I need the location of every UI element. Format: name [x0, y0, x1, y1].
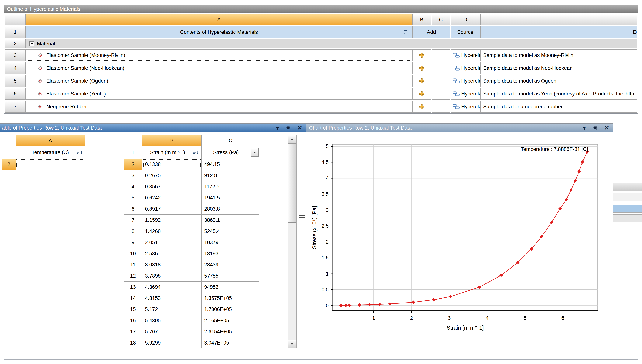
row-number[interactable]: 1	[124, 146, 142, 159]
chart-panel-titlebar[interactable]: Chart of Properties Row 2: Uniaxial Test…	[306, 124, 613, 132]
outline-material-row[interactable]: 7Neoprene RubberHyperelasSample data for…	[5, 101, 637, 112]
table-scrollbar[interactable]	[288, 135, 296, 348]
outline-group-row[interactable]: 2Material	[5, 39, 637, 48]
add-material-cell[interactable]	[412, 49, 431, 61]
sort-filter-icon[interactable]	[403, 29, 410, 35]
close-icon[interactable]: ✕	[604, 125, 609, 131]
row-number[interactable]: 5	[124, 192, 142, 203]
outline-c-cell[interactable]	[432, 75, 450, 87]
stress-value-cell[interactable]: 912.8	[202, 170, 260, 181]
add-plus-icon[interactable]	[418, 90, 425, 97]
stress-column-header[interactable]: C	[202, 135, 260, 146]
strain-value-cell[interactable]: 0.8917	[142, 204, 202, 214]
row-number[interactable]: 9	[124, 237, 142, 248]
stress-value-cell[interactable]: 57755	[202, 270, 260, 281]
row-number[interactable]: 5	[5, 75, 26, 87]
strain-value-cell[interactable]: 2.051	[142, 237, 202, 248]
temperature-column-header[interactable]: A	[16, 135, 85, 146]
row-number[interactable]: 11	[124, 259, 142, 270]
window-menu-icon[interactable]: ▾	[276, 125, 279, 131]
strain-value-cell[interactable]: 2.586	[142, 248, 202, 259]
material-name-cell[interactable]: Neoprene Rubber	[26, 101, 412, 112]
add-material-cell[interactable]	[412, 62, 431, 74]
row-number[interactable]: 14	[124, 293, 142, 304]
stress-value-cell[interactable]: 5245.4	[202, 226, 260, 237]
stress-value-cell[interactable]: 2803.8	[202, 204, 260, 214]
column-header-c[interactable]: C	[432, 14, 450, 25]
column-header-e[interactable]	[480, 14, 637, 25]
stress-value-cell[interactable]: 3869.1	[202, 214, 260, 226]
strain-value-cell[interactable]: 5.707	[142, 326, 202, 337]
row-number[interactable]: 1	[5, 26, 26, 38]
add-material-cell[interactable]	[412, 101, 431, 112]
scroll-down-button[interactable]	[288, 340, 296, 348]
row-number[interactable]: 3	[5, 49, 26, 61]
stress-value-cell[interactable]: 1.3575E+05	[202, 293, 260, 304]
row-number[interactable]: 3	[124, 170, 142, 181]
row-number[interactable]: 1	[2, 146, 16, 159]
stress-value-cell[interactable]: 28439	[202, 259, 260, 270]
row-number[interactable]: 16	[124, 315, 142, 326]
outline-c-cell[interactable]	[432, 62, 450, 74]
row-number[interactable]: 7	[124, 214, 142, 226]
outline-c-cell[interactable]	[432, 101, 450, 112]
outline-material-row[interactable]: 4Elastomer Sample (Neo-Hookean)Hyperelas…	[5, 62, 637, 74]
row-number[interactable]: 4	[5, 62, 26, 74]
strain-value-cell[interactable]: 4.3694	[142, 282, 202, 292]
row-number[interactable]: 10	[124, 248, 142, 259]
scroll-up-button[interactable]	[288, 135, 296, 144]
stress-dropdown-button[interactable]	[251, 148, 258, 156]
row-number[interactable]: 13	[124, 282, 142, 292]
stress-value-cell[interactable]: 3.047E+05	[202, 337, 260, 348]
row-number[interactable]: 7	[5, 101, 26, 112]
strain-value-cell[interactable]: 0.2675	[142, 170, 202, 181]
outline-corner-header[interactable]	[5, 14, 26, 25]
strain-value-cell[interactable]: 5.9299	[142, 337, 202, 348]
row-number[interactable]: 2	[124, 159, 142, 170]
strain-value-cell[interactable]: 3.0318	[142, 259, 202, 270]
scroll-thumb[interactable]	[288, 144, 296, 222]
row-number[interactable]: 8	[124, 226, 142, 237]
strain-value-cell[interactable]: 0.6242	[142, 192, 202, 203]
outline-panel-titlebar[interactable]: Outline of Hyperelastic Materials	[4, 5, 638, 13]
contents-header-cell[interactable]: Contents of Hyperelastic Materials	[26, 26, 412, 38]
stress-value-cell[interactable]: 10379	[202, 237, 260, 248]
add-material-cell[interactable]	[412, 75, 431, 87]
outline-c-cell[interactable]	[432, 49, 450, 61]
sort-filter-icon[interactable]	[193, 150, 200, 155]
stress-value-cell[interactable]: 2.165E+05	[202, 315, 260, 326]
stress-value-cell[interactable]: 1941.5	[202, 192, 260, 203]
material-name-cell[interactable]: Elastomer Sample (Mooney-Rivlin)	[26, 49, 412, 61]
strain-value-cell[interactable]: 1.4268	[142, 226, 202, 237]
row-number[interactable]: 2	[2, 159, 16, 170]
table-panel-titlebar[interactable]: able of Properties Row 2: Uniaxial Test …	[0, 124, 306, 132]
material-group-cell[interactable]: Material	[26, 39, 637, 48]
pin-icon[interactable]	[592, 125, 598, 131]
column-header-b[interactable]: B	[412, 14, 431, 25]
material-name-cell[interactable]: Elastomer Sample (Ogden)	[26, 75, 412, 87]
material-name-cell[interactable]: Elastomer Sample (Yeoh )	[26, 88, 412, 100]
column-header-d[interactable]: D	[451, 14, 480, 25]
strain-value-cell[interactable]: 0.1338	[142, 159, 202, 170]
add-plus-icon[interactable]	[418, 78, 425, 84]
strain-column-header[interactable]: B	[142, 135, 202, 146]
row-number[interactable]: 17	[124, 326, 142, 337]
strain-value-cell[interactable]: 3.7898	[142, 270, 202, 281]
pin-icon[interactable]	[285, 125, 291, 131]
strain-value-cell[interactable]: 4.8153	[142, 293, 202, 304]
strain-value-cell[interactable]: 1.1592	[142, 214, 202, 226]
add-plus-icon[interactable]	[418, 65, 425, 71]
add-material-cell[interactable]	[412, 88, 431, 100]
stress-value-cell[interactable]: 18193	[202, 248, 260, 259]
close-icon[interactable]: ✕	[298, 125, 302, 131]
strain-value-cell[interactable]: 5.172	[142, 304, 202, 315]
outline-c-cell[interactable]	[432, 88, 450, 100]
row-number[interactable]: 18	[124, 337, 142, 348]
stress-value-cell[interactable]: 2.6154E+05	[202, 326, 260, 337]
splitter-grip[interactable]	[298, 211, 305, 220]
window-menu-icon[interactable]: ▾	[583, 125, 586, 131]
row-number[interactable]: 2	[5, 39, 26, 48]
outline-material-row[interactable]: 3Elastomer Sample (Mooney-Rivlin)Hyperel…	[5, 49, 637, 61]
row-number[interactable]: 12	[124, 270, 142, 281]
outline-material-row[interactable]: 5Elastomer Sample (Ogden)HyperelasSample…	[5, 75, 637, 87]
